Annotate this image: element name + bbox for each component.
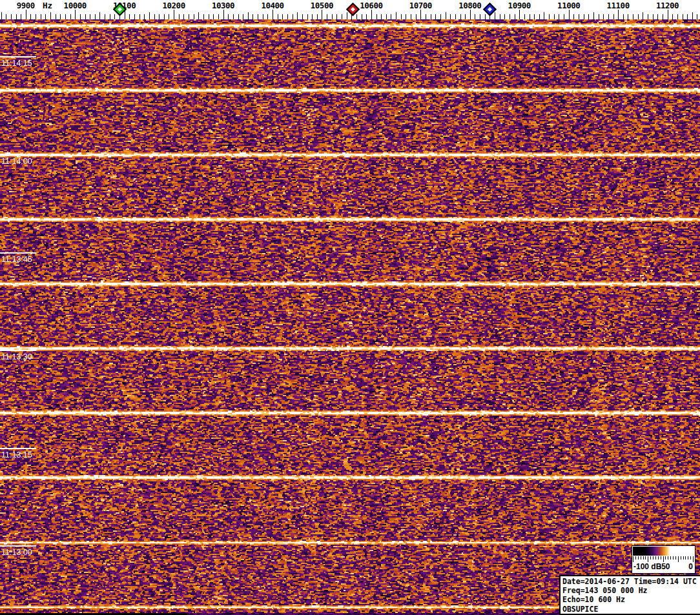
marker-center-dot bbox=[488, 7, 492, 12]
scale-tick bbox=[668, 556, 668, 560]
frequency-tick bbox=[213, 14, 214, 19]
frequency-tick bbox=[30, 14, 31, 19]
frequency-tick bbox=[544, 12, 544, 19]
frequency-tick bbox=[282, 14, 283, 19]
frequency-unit-label: Hz bbox=[43, 1, 52, 10]
frequency-tick bbox=[114, 14, 115, 19]
red-marker-diamond-icon[interactable] bbox=[346, 3, 360, 16]
time-tick-line bbox=[0, 154, 36, 156]
frequency-tick bbox=[386, 14, 387, 19]
frequency-tick bbox=[593, 12, 594, 19]
frequency-tick bbox=[599, 14, 599, 19]
scale-tick bbox=[645, 556, 646, 560]
frequency-tick bbox=[56, 14, 56, 19]
frequency-tick bbox=[697, 14, 697, 19]
frequency-tick bbox=[322, 10, 322, 19]
frequency-tick bbox=[252, 14, 253, 19]
frequency-tick bbox=[1, 12, 2, 19]
time-tick-line bbox=[0, 448, 36, 449]
frequency-tick bbox=[218, 14, 219, 19]
frequency-tick bbox=[416, 14, 417, 19]
frequency-tick bbox=[687, 14, 688, 19]
waterfall-screen: Hz 9900100001010010200103001040010500106… bbox=[0, 0, 700, 615]
time-tick-label: 11:13:00 bbox=[1, 548, 32, 557]
frequency-tick bbox=[426, 14, 426, 19]
time-tick-label: 11:14:15 bbox=[1, 59, 32, 68]
frequency-tick bbox=[510, 14, 510, 19]
time-tick-label: 11:13:15 bbox=[1, 450, 32, 459]
frequency-tick bbox=[317, 14, 318, 19]
frequency-tick bbox=[347, 12, 347, 19]
scale-tick bbox=[673, 556, 674, 560]
time-tick-line bbox=[0, 350, 36, 351]
frequency-tick bbox=[608, 14, 609, 19]
frequency-tick bbox=[465, 14, 466, 19]
frequency-tick bbox=[95, 14, 96, 19]
frequency-tick bbox=[366, 14, 367, 19]
frequency-tick bbox=[198, 12, 199, 19]
frequency-tick bbox=[663, 14, 663, 19]
frequency-tick bbox=[183, 14, 184, 19]
frequency-tick bbox=[683, 14, 683, 19]
frequency-tick bbox=[238, 14, 239, 19]
scale-mid-label: -50 bbox=[659, 562, 670, 571]
frequency-tick-label: 10000 bbox=[64, 1, 87, 10]
frequency-tick bbox=[618, 10, 619, 19]
frequency-tick bbox=[342, 14, 342, 19]
frequency-tick bbox=[11, 14, 12, 19]
frequency-tick bbox=[603, 14, 604, 19]
frequency-tick bbox=[134, 14, 135, 19]
frequency-tick bbox=[539, 14, 540, 19]
scale-max-label: 0 bbox=[688, 562, 693, 571]
scale-tick bbox=[688, 556, 688, 560]
frequency-ruler[interactable]: Hz 9900100001010010200103001040010500106… bbox=[0, 0, 700, 19]
frequency-tick bbox=[495, 12, 495, 19]
scale-tick bbox=[663, 556, 664, 562]
frequency-tick bbox=[159, 14, 160, 19]
frequency-tick bbox=[80, 14, 81, 19]
frequency-tick bbox=[657, 14, 658, 19]
frequency-tick bbox=[573, 14, 574, 19]
frequency-tick bbox=[628, 14, 628, 19]
scale-tick bbox=[693, 556, 694, 562]
frequency-tick bbox=[65, 14, 66, 19]
frequency-tick bbox=[455, 14, 456, 19]
frequency-tick bbox=[515, 14, 515, 19]
scale-tick bbox=[683, 556, 684, 560]
frequency-tick bbox=[129, 14, 130, 19]
scale-tick bbox=[675, 556, 676, 560]
frequency-tick bbox=[169, 14, 169, 19]
frequency-tick bbox=[154, 14, 155, 19]
frequency-tick bbox=[633, 14, 633, 19]
frequency-tick bbox=[179, 14, 180, 19]
frequency-tick-label: 10700 bbox=[409, 1, 432, 10]
frequency-tick bbox=[273, 10, 273, 19]
frequency-tick bbox=[648, 14, 648, 19]
spectrogram-canvas[interactable] bbox=[0, 19, 700, 615]
frequency-tick bbox=[203, 14, 204, 19]
frequency-tick bbox=[559, 14, 559, 19]
frequency-tick bbox=[139, 14, 140, 19]
frequency-tick bbox=[376, 14, 377, 19]
time-tick-label: 11:13:45 bbox=[1, 255, 32, 264]
scale-tick bbox=[638, 556, 639, 560]
frequency-tick bbox=[381, 14, 382, 19]
frequency-tick bbox=[475, 14, 475, 19]
frequency-tick-label: 9900 bbox=[17, 1, 35, 10]
frequency-tick-label: 10500 bbox=[311, 1, 333, 10]
frequency-tick bbox=[327, 14, 327, 19]
scale-tick bbox=[661, 556, 661, 560]
scale-tick bbox=[685, 556, 686, 560]
frequency-tick-label: 10600 bbox=[360, 1, 382, 10]
frequency-tick bbox=[332, 14, 333, 19]
frequency-tick bbox=[435, 14, 436, 19]
scale-tick bbox=[635, 556, 636, 560]
time-tick-line bbox=[0, 56, 36, 57]
frequency-tick bbox=[144, 14, 145, 19]
scale-tick bbox=[655, 556, 656, 560]
scale-tick bbox=[633, 556, 633, 562]
frequency-tick bbox=[45, 14, 46, 19]
frequency-tick bbox=[90, 14, 90, 19]
frequency-tick bbox=[302, 14, 303, 19]
frequency-tick bbox=[356, 14, 357, 19]
